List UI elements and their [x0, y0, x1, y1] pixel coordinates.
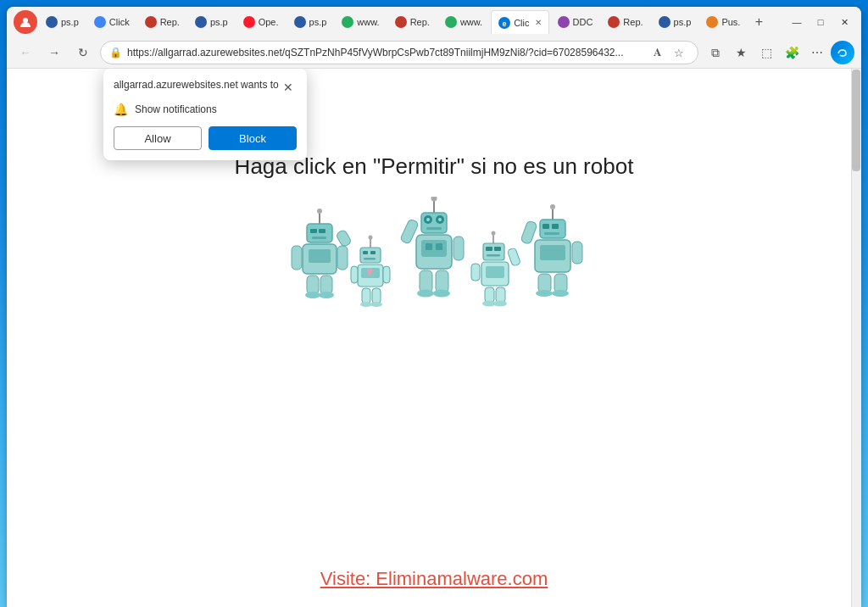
svg-rect-55 — [494, 247, 501, 251]
address-bar-area: ← → ↻ 🔒 https://allgarrad.azurewebsites.… — [7, 37, 861, 69]
collections-button[interactable]: ⬚ — [754, 41, 778, 64]
block-button[interactable]: Block — [209, 126, 297, 150]
allow-button[interactable]: Allow — [114, 126, 202, 150]
tab-11-favicon — [558, 16, 570, 28]
address-bar[interactable]: 🔒 https://allgarrad.azurewebsites.net/qS… — [100, 41, 698, 64]
tab-13-label: ps.p — [674, 17, 692, 27]
tab-10-active[interactable]: e Clic ✕ — [491, 10, 548, 34]
tab-8[interactable]: Rep. — [388, 10, 437, 34]
maximize-button[interactable]: □ — [810, 12, 831, 32]
tab-12-label: Rep. — [623, 17, 643, 27]
title-bar: ps.p Click Rep. ps.p Ope. ps.p — [7, 7, 861, 37]
svg-point-20 — [369, 236, 373, 240]
tab-14[interactable]: Pus. — [699, 10, 747, 34]
tab-7[interactable]: www. — [335, 10, 386, 34]
read-aloud-icon[interactable]: 𝐀 — [647, 42, 667, 63]
tab-3-label: Rep. — [160, 17, 180, 27]
tab-7-label: www. — [357, 17, 379, 27]
tab-4-favicon — [195, 16, 207, 28]
tab-12[interactable]: Rep. — [601, 10, 649, 34]
svg-rect-43 — [426, 243, 432, 250]
tab-11-label: DDC — [573, 17, 593, 27]
svg-rect-74 — [572, 242, 582, 264]
svg-rect-13 — [337, 246, 348, 270]
tab-12-favicon — [608, 16, 620, 28]
svg-rect-22 — [363, 251, 368, 254]
tab-2[interactable]: Click — [87, 10, 136, 34]
svg-text:e: e — [503, 19, 507, 28]
tab-3[interactable]: Rep. — [138, 10, 186, 34]
svg-rect-42 — [421, 240, 447, 257]
svg-point-18 — [319, 292, 334, 298]
svg-rect-73 — [520, 220, 537, 245]
svg-rect-15 — [307, 276, 319, 294]
minimize-button[interactable]: — — [787, 12, 807, 32]
svg-rect-47 — [420, 270, 432, 292]
svg-rect-61 — [485, 287, 494, 303]
address-actions: 𝐀 ☆ — [647, 42, 689, 63]
tab-1-favicon — [46, 16, 58, 28]
tab-10-label: Clic — [514, 18, 529, 28]
tabs-container: ps.p Click Rep. ps.p Ope. ps.p — [14, 10, 776, 34]
bottom-link[interactable]: Visite: Eliminamalware.com — [320, 568, 548, 590]
popup-buttons: Allow Block — [114, 126, 297, 150]
window-controls: — □ ✕ — [787, 12, 854, 32]
tab-13[interactable]: ps.p — [652, 10, 698, 34]
svg-point-77 — [536, 290, 553, 297]
tab-5-favicon — [243, 16, 255, 28]
popup-close-button[interactable]: ✕ — [280, 79, 297, 96]
svg-rect-12 — [292, 246, 302, 270]
tab-4-label: ps.p — [210, 17, 228, 27]
svg-point-3 — [836, 46, 849, 59]
new-tab-button[interactable]: + — [748, 12, 769, 32]
svg-rect-8 — [319, 229, 326, 233]
svg-rect-30 — [372, 288, 381, 304]
tab-9-label: www. — [460, 17, 482, 27]
svg-rect-68 — [542, 224, 549, 229]
tab-2-favicon — [94, 16, 106, 28]
back-button[interactable]: ← — [14, 41, 37, 64]
webpage-content: allgarrad.azurewebsites.net wants to ✕ 🔔… — [7, 69, 861, 607]
favorites-button[interactable]: ★ — [729, 41, 753, 64]
scrollbar[interactable] — [851, 69, 861, 607]
tab-1[interactable]: ps.p — [39, 10, 86, 34]
tab-6[interactable]: ps.p — [287, 10, 334, 34]
svg-point-50 — [433, 290, 450, 298]
popup-title: allgarrad.azurewebsites.net wants to — [114, 79, 279, 92]
svg-rect-44 — [436, 243, 442, 250]
tab-4[interactable]: ps.p — [188, 10, 235, 34]
svg-rect-56 — [487, 254, 500, 257]
svg-rect-54 — [486, 247, 492, 251]
svg-point-38 — [426, 218, 430, 221]
svg-rect-23 — [370, 251, 376, 254]
svg-point-32 — [370, 302, 382, 307]
svg-rect-27 — [351, 266, 358, 283]
popup-notification-label: Show notifications — [135, 103, 217, 115]
tab-groups-button[interactable]: ⧉ — [704, 41, 727, 64]
tab-7-favicon — [342, 16, 353, 28]
svg-point-34 — [431, 197, 437, 202]
svg-point-52 — [492, 231, 496, 236]
tab-11[interactable]: DDC — [551, 10, 600, 34]
tab-6-label: ps.p — [309, 17, 327, 27]
refresh-button[interactable]: ↻ — [71, 41, 95, 64]
extensions-button[interactable]: 🧩 — [780, 41, 804, 64]
lock-icon: 🔒 — [109, 47, 122, 58]
tab-2-label: Click — [109, 17, 130, 27]
svg-rect-9 — [312, 237, 326, 239]
edge-logo — [831, 41, 854, 64]
browser-window: ps.p Click Rep. ps.p Ope. ps.p — [7, 7, 861, 607]
svg-rect-53 — [483, 243, 504, 260]
tab-10-close[interactable]: ✕ — [535, 18, 542, 27]
forward-button[interactable]: → — [42, 41, 66, 64]
more-button[interactable]: ⋯ — [805, 41, 829, 64]
tab-9[interactable]: www. — [438, 10, 489, 34]
svg-rect-72 — [540, 245, 565, 260]
svg-point-49 — [417, 290, 434, 298]
close-button[interactable]: ✕ — [834, 12, 854, 32]
notification-popup: allgarrad.azurewebsites.net wants to ✕ 🔔… — [103, 69, 307, 160]
tab-5[interactable]: Ope. — [236, 10, 286, 34]
scrollbar-thumb[interactable] — [852, 70, 860, 171]
bookmark-icon[interactable]: ☆ — [669, 42, 689, 63]
profile-icon[interactable] — [14, 10, 37, 34]
